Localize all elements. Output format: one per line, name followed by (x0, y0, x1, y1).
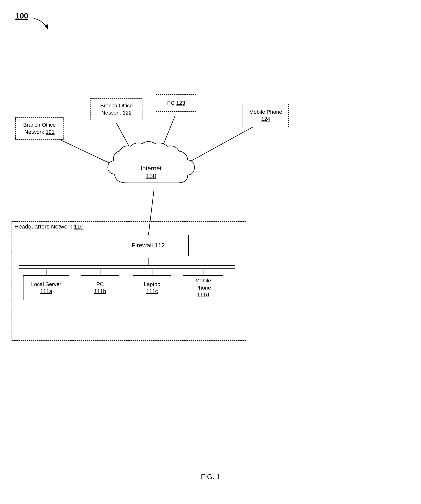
pc-111b-ref: 111b (94, 288, 106, 294)
branch-office-122-ref: 122 (123, 110, 132, 116)
mobile-phone-111d-ref: 111d (197, 292, 209, 298)
branch-office-121-box: Branch OfficeNetwork 121 (15, 117, 64, 140)
mobile-phone-124-box: Mobile Phone124 (243, 104, 289, 127)
pc-123-label: PC 123 (167, 100, 185, 107)
firewall-112-box: Firewall 112 (108, 235, 189, 256)
firewall-112-label: Firewall 112 (132, 241, 165, 250)
pc-123-ref: 123 (176, 100, 185, 106)
branch-office-121-label: Branch OfficeNetwork 121 (23, 121, 56, 136)
svg-text:Internet: Internet (141, 165, 162, 172)
firewall-112-ref: 112 (155, 242, 165, 249)
local-server-111a-ref: 111a (40, 288, 52, 294)
branch-office-121-ref: 121 (46, 129, 55, 135)
ref-100-label: 100 (15, 12, 28, 20)
mobile-phone-124-ref: 124 (261, 116, 270, 122)
internet-cloud: Internet 130 (104, 141, 204, 192)
pc-111b-box: PC111b (81, 275, 119, 300)
pc-111b-label: PC111b (94, 281, 106, 295)
hq-ref: 110 (74, 223, 83, 230)
hq-label-text: Headquarters Network (14, 223, 74, 230)
mobile-phone-111d-label: MobilePhone111d (195, 277, 211, 298)
branch-office-122-label: Branch OfficeNetwork 122 (100, 102, 133, 116)
local-server-111a-box: Local Server111a (23, 275, 69, 300)
branch-office-122-box: Branch OfficeNetwork 122 (90, 98, 142, 120)
laptop-111c-box: Laptop111c (133, 275, 171, 300)
figure-label: FIG. 1 (201, 473, 220, 481)
bus-line-top (19, 265, 235, 266)
diagram-container: 100 Internet 130 Headquarters Network 11… (0, 0, 421, 504)
local-server-111a-label: Local Server111a (31, 281, 61, 295)
pc-123-box: PC 123 (156, 94, 196, 112)
hq-network-label: Headquarters Network 110 (14, 223, 84, 230)
mobile-phone-124-label: Mobile Phone124 (249, 108, 282, 123)
laptop-111c-label: Laptop111c (144, 281, 160, 295)
laptop-111c-ref: 111c (146, 288, 158, 294)
bus-line-bottom (19, 268, 235, 269)
svg-text:130: 130 (146, 173, 156, 180)
mobile-phone-111d-box: MobilePhone111d (183, 275, 223, 300)
